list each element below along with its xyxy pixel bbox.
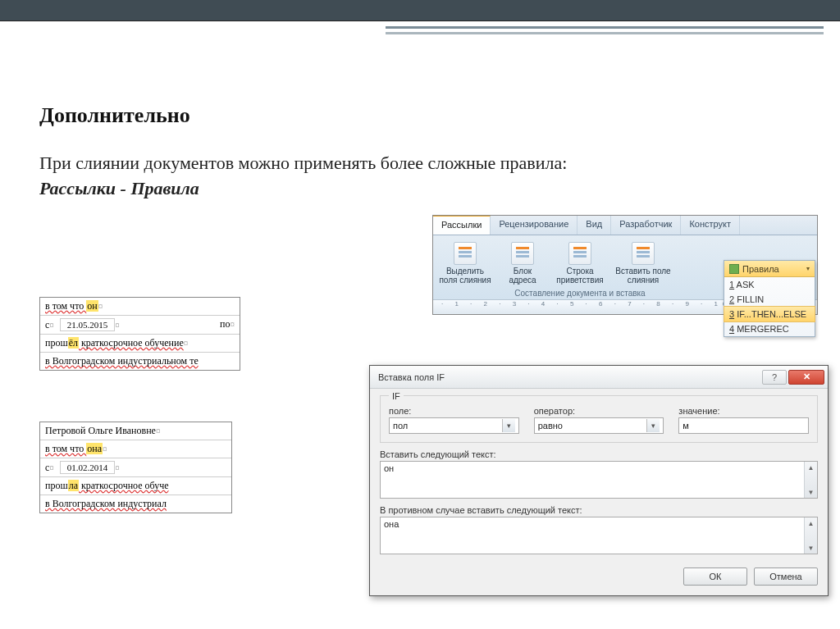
chevron-down-icon: ▾ xyxy=(806,265,810,272)
doc1-line4: в Волгоградском индустриальном те xyxy=(40,353,240,370)
cancel-button[interactable]: Отмена xyxy=(754,567,818,586)
header-accent-lines xyxy=(386,26,824,34)
ribbon-tabs: Рассылки Рецензирование Вид Разработчик … xyxy=(433,216,817,235)
value-input[interactable]: м xyxy=(678,417,809,434)
operator-combo[interactable]: равно ▾ xyxy=(534,417,664,434)
ok-button[interactable]: ОК xyxy=(683,567,747,586)
rules-item-fillin[interactable]: 2 FILLIN xyxy=(724,292,815,307)
tab-review[interactable]: Рецензирование xyxy=(491,216,578,235)
else-label: В противном случае вставить следующий те… xyxy=(380,505,818,515)
rules-item-mergerec[interactable]: 4 MERGEREC xyxy=(724,321,815,336)
help-button[interactable]: ? xyxy=(762,370,787,385)
doc1-line2: с¤ 21.05.2015¤ по¤ xyxy=(40,316,240,335)
value-label: значение: xyxy=(678,406,809,416)
doc2-line4: в Волгоградском индустриал xyxy=(40,495,231,513)
field-combo[interactable]: пол ▾ xyxy=(389,417,519,434)
close-button[interactable]: ✕ xyxy=(788,370,824,385)
doc1-line3: прошёл краткосрочное обучение¤ xyxy=(40,335,240,353)
word-ribbon: Рассылки Рецензирование Вид Разработчик … xyxy=(432,215,818,315)
scroll-up-icon: ▲ xyxy=(805,462,817,473)
highlight-merge-fields-button[interactable]: Выделить поля слияния xyxy=(436,240,494,286)
document-icon xyxy=(632,242,655,265)
doc-snippet-1: в том что он¤ с¤ 21.05.2015¤ по¤ прошёл … xyxy=(39,297,240,371)
dialog-titlebar: Вставка поля IF ? ✕ xyxy=(370,366,828,389)
scroll-down-icon: ▼ xyxy=(805,542,817,554)
else-textarea[interactable]: она xyxy=(380,517,818,554)
address-block-button[interactable]: Блок адреса xyxy=(494,240,551,286)
chevron-down-icon: ▾ xyxy=(502,419,515,432)
slide-content: Дополнительно При слиянии документов мож… xyxy=(0,21,840,202)
then-textarea[interactable]: он xyxy=(380,461,818,499)
scroll-down-icon: ▼ xyxy=(805,486,817,498)
doc2-line1: в том что она¤ xyxy=(40,440,231,458)
doc2-line0: Петровой Ольге Ивановне¤ xyxy=(40,422,231,440)
insert-merge-field-button[interactable]: Вставить поле слияния xyxy=(609,240,678,286)
doc2-line2: с¤ 01.02.2014¤ xyxy=(40,458,231,477)
greeting-line-button[interactable]: Строка приветствия xyxy=(551,240,609,286)
operator-label: оператор: xyxy=(534,406,664,416)
rules-button[interactable]: Правила ▾ xyxy=(724,261,815,277)
intro-text: При слиянии документов можно применять б… xyxy=(39,151,801,202)
scrollbar[interactable]: ▲ ▼ xyxy=(804,517,817,554)
rules-item-ask[interactable]: 1 ASK xyxy=(724,277,815,292)
document-icon xyxy=(454,242,477,265)
chevron-down-icon: ▾ xyxy=(646,419,660,432)
page-title: Дополнительно xyxy=(39,103,801,128)
then-label: Вставить следующий текст: xyxy=(380,449,818,459)
rules-item-if[interactable]: 3 IF...THEN...ELSE xyxy=(724,306,815,322)
rules-icon xyxy=(729,264,739,274)
intro-emphasis: Рассылки - Правила xyxy=(39,178,199,198)
field-label: поле: xyxy=(389,406,519,416)
if-group: IF поле: пол ▾ оператор: равно ▾ xyxy=(380,395,818,443)
rules-dropdown: Правила ▾ 1 ASK 2 FILLIN 3 IF...THEN...E… xyxy=(724,260,815,337)
scroll-up-icon: ▲ xyxy=(805,517,817,529)
tab-mailings[interactable]: Рассылки xyxy=(433,216,491,235)
ribbon-group-label: Составление документа и вставка xyxy=(441,289,719,298)
dialog-title: Вставка поля IF xyxy=(378,372,760,382)
doc1-line1: в том что он¤ xyxy=(40,298,240,316)
scrollbar[interactable]: ▲ ▼ xyxy=(804,462,817,498)
if-group-title: IF xyxy=(389,391,404,401)
tab-developer[interactable]: Разработчик xyxy=(611,216,681,235)
doc-snippet-2: Петровой Ольге Ивановне¤ в том что она¤ … xyxy=(39,422,232,513)
intro-line: При слиянии документов можно применять б… xyxy=(39,153,567,173)
insert-if-dialog: Вставка поля IF ? ✕ IF поле: пол ▾ опера… xyxy=(369,365,829,596)
document-icon xyxy=(568,242,591,265)
tab-design[interactable]: Конструкт xyxy=(681,216,740,235)
document-icon xyxy=(511,242,534,265)
header-bar-dark xyxy=(0,0,840,21)
doc2-line3: прошла краткосрочное обуче xyxy=(40,477,231,495)
tab-view[interactable]: Вид xyxy=(578,216,611,235)
